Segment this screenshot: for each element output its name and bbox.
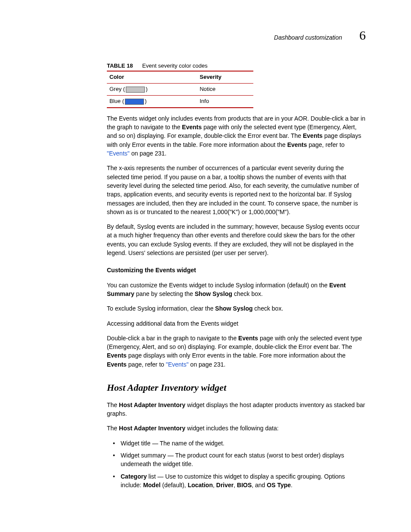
running-header: Dashboard customization 6 <box>107 26 366 45</box>
subheading-customizing: Customizing the Events widget <box>107 266 366 274</box>
events-link[interactable]: "Events" <box>166 361 189 368</box>
chapter-number: 6 <box>359 26 366 45</box>
heading-host-adapter: Host Adapter Inventory widget <box>107 381 366 395</box>
table-number: TABLE 18 <box>107 62 133 69</box>
header-title: Dashboard customization <box>274 33 342 42</box>
body-paragraph: By default, Syslog events are included i… <box>107 222 366 257</box>
table-row: Grey () Notice <box>107 84 253 96</box>
color-cell: Blue () <box>107 96 197 108</box>
severity-cell: Info <box>197 96 253 108</box>
color-name: Blue <box>109 98 121 104</box>
body-paragraph: Double-click a bar in the graph to navig… <box>107 334 366 369</box>
bullet-list: Widget title — The name of the widget. W… <box>107 439 366 489</box>
list-item: Widget title — The name of the widget. <box>113 439 366 448</box>
grey-swatch-icon <box>126 87 145 93</box>
table-header-color: Color <box>107 71 197 83</box>
list-item: Category list — Use to customize this wi… <box>113 472 366 490</box>
blue-swatch-icon <box>125 99 144 105</box>
body-paragraph: The Host Adapter Inventory widget includ… <box>107 424 366 432</box>
table-title: Event severity color codes <box>142 62 208 69</box>
list-item: Widget summary — The product count for e… <box>113 451 366 469</box>
body-paragraph: You can customize the Events widget to i… <box>107 281 366 299</box>
body-paragraph: The Events widget only includes events f… <box>107 114 366 158</box>
body-paragraph: Accessing additional data from the Event… <box>107 319 366 328</box>
color-code-table: Color Severity Grey () Notice Blue () In… <box>107 71 253 108</box>
color-cell: Grey () <box>107 84 197 96</box>
events-link[interactable]: "Events" <box>107 150 130 157</box>
body-paragraph: To exclude Syslog information, clear the… <box>107 304 366 313</box>
table-caption: TABLE 18 Event severity color codes <box>107 62 366 70</box>
body-paragraph: The x-axis represents the number of occu… <box>107 164 366 216</box>
table-header-severity: Severity <box>197 71 253 83</box>
body-paragraph: The Host Adapter Inventory widget displa… <box>107 401 366 418</box>
color-name: Grey <box>109 86 121 92</box>
table-row: Blue () Info <box>107 96 253 108</box>
severity-cell: Notice <box>197 84 253 96</box>
